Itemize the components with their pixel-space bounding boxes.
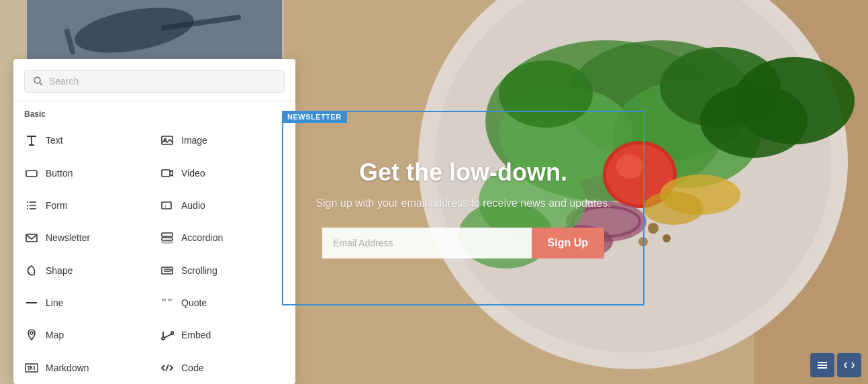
shape-icon bbox=[24, 263, 39, 278]
map-icon bbox=[24, 328, 39, 342]
markdown-icon: T bbox=[24, 361, 39, 375]
elements-panel: Basic Text Image bbox=[13, 59, 295, 384]
line-icon bbox=[24, 295, 39, 310]
svg-rect-48 bbox=[162, 238, 173, 240]
video-label: Video bbox=[181, 168, 205, 179]
item-button[interactable]: Button bbox=[19, 156, 154, 189]
top-image-svg bbox=[27, 0, 282, 60]
svg-rect-68 bbox=[818, 362, 827, 363]
newsletter-icon bbox=[24, 230, 39, 245]
svg-point-58 bbox=[30, 332, 33, 334]
svg-rect-47 bbox=[162, 233, 173, 236]
search-input[interactable] bbox=[49, 76, 276, 87]
form-icon bbox=[24, 198, 39, 213]
item-image[interactable]: Image bbox=[154, 124, 290, 156]
quote-label: Quote bbox=[181, 297, 207, 308]
item-code[interactable]: Code bbox=[154, 352, 290, 384]
button-label: Button bbox=[46, 168, 73, 179]
item-shape[interactable]: Shape bbox=[19, 254, 154, 287]
text-icon bbox=[24, 133, 39, 148]
item-scrolling[interactable]: Scrolling bbox=[154, 254, 290, 287]
newsletter-section: NEWSLETTER Get the low-down. Sign up wit… bbox=[282, 111, 644, 305]
map-label: Map bbox=[46, 330, 64, 340]
svg-rect-36 bbox=[26, 171, 37, 177]
video-icon bbox=[160, 166, 175, 181]
accordion-icon bbox=[160, 230, 175, 245]
items-grid: Text Image Button bbox=[13, 124, 295, 384]
item-line[interactable]: Line bbox=[19, 287, 154, 319]
svg-text:": " bbox=[168, 297, 173, 308]
text-label: Text bbox=[46, 135, 63, 146]
item-markdown[interactable]: T Markdown bbox=[19, 352, 154, 384]
audio-label: Audio bbox=[181, 200, 205, 211]
shape-label: Shape bbox=[46, 265, 73, 276]
item-video[interactable]: Video bbox=[154, 156, 290, 189]
item-embed[interactable]: Embed bbox=[154, 319, 290, 351]
signup-button[interactable]: Sign Up bbox=[532, 228, 604, 258]
svg-point-15 bbox=[734, 57, 855, 144]
scrolling-label: Scrolling bbox=[181, 265, 218, 276]
newsletter-label: Newsletter bbox=[46, 232, 90, 243]
image-label: Image bbox=[181, 135, 207, 146]
code-icon bbox=[160, 361, 175, 375]
embed-icon bbox=[160, 328, 175, 342]
embed-label: Embed bbox=[181, 330, 211, 340]
item-map[interactable]: Map bbox=[19, 319, 154, 351]
svg-rect-70 bbox=[818, 367, 827, 369]
form-label: Form bbox=[46, 200, 68, 211]
markdown-label: Markdown bbox=[46, 363, 89, 373]
item-text[interactable]: Text bbox=[19, 124, 154, 156]
email-input[interactable] bbox=[322, 228, 532, 258]
svg-line-30 bbox=[40, 83, 42, 85]
newsletter-subtitle: Sign up with your email address to recei… bbox=[316, 195, 610, 211]
svg-point-20 bbox=[643, 191, 704, 225]
section-label: Basic bbox=[13, 101, 295, 124]
list-view-button[interactable] bbox=[810, 353, 834, 377]
svg-rect-49 bbox=[162, 242, 173, 243]
newsletter-form: Sign Up bbox=[322, 228, 604, 258]
svg-rect-50 bbox=[162, 267, 173, 274]
svg-rect-46 bbox=[26, 234, 37, 242]
scrolling-icon bbox=[160, 263, 175, 278]
line-label: Line bbox=[46, 297, 63, 308]
svg-text:": " bbox=[162, 297, 166, 308]
svg-line-67 bbox=[166, 365, 168, 371]
search-box bbox=[24, 70, 285, 93]
code-brackets-icon bbox=[843, 359, 855, 371]
item-newsletter[interactable]: Newsletter bbox=[19, 222, 154, 254]
svg-point-26 bbox=[648, 223, 659, 234]
svg-point-27 bbox=[663, 234, 671, 242]
svg-rect-37 bbox=[162, 170, 170, 177]
newsletter-title: Get the low-down. bbox=[359, 158, 567, 187]
svg-point-59 bbox=[162, 337, 164, 340]
newsletter-badge: NEWSLETTER bbox=[282, 111, 347, 123]
item-quote[interactable]: " " Quote bbox=[154, 287, 290, 319]
svg-point-60 bbox=[171, 332, 174, 334]
item-accordion[interactable]: Accordion bbox=[154, 222, 290, 254]
button-icon bbox=[24, 166, 39, 181]
quote-icon: " " bbox=[160, 295, 175, 310]
audio-icon: ♪ bbox=[160, 198, 175, 213]
item-audio[interactable]: ♪ Audio bbox=[154, 189, 290, 222]
image-icon bbox=[160, 133, 175, 148]
search-icon bbox=[33, 76, 44, 87]
top-image-area bbox=[27, 0, 282, 60]
item-form[interactable]: Form bbox=[19, 189, 154, 222]
code-view-button[interactable] bbox=[837, 353, 861, 377]
list-icon bbox=[816, 359, 828, 371]
svg-point-29 bbox=[34, 77, 40, 83]
search-area bbox=[13, 59, 295, 101]
svg-text:♪: ♪ bbox=[164, 203, 166, 209]
bottom-right-toolbar bbox=[810, 353, 861, 377]
svg-rect-69 bbox=[818, 365, 827, 366]
accordion-label: Accordion bbox=[181, 232, 223, 243]
code-label: Code bbox=[181, 363, 203, 373]
